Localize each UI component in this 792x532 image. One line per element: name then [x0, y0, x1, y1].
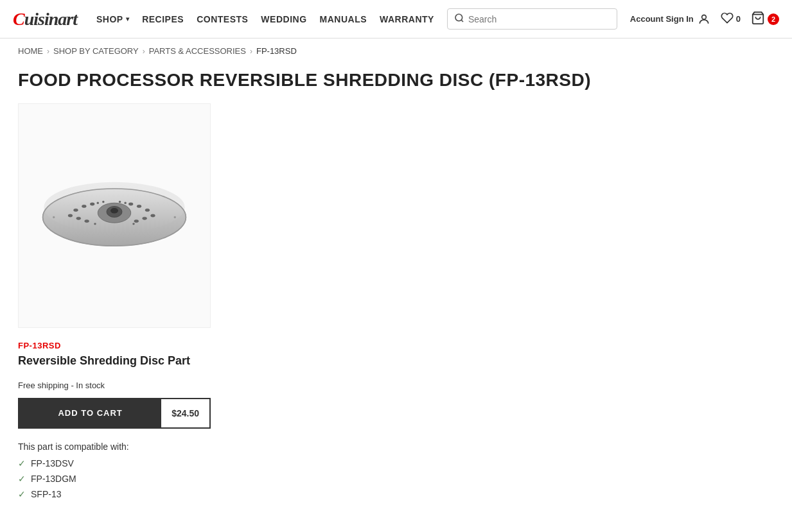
header-actions: Account Sign In 0: [630, 11, 779, 27]
add-to-cart-label[interactable]: ADD TO CART: [19, 399, 161, 427]
svg-point-0: [455, 14, 462, 21]
svg-point-29: [174, 216, 176, 218]
nav-recipes[interactable]: RECIPES: [142, 14, 184, 24]
svg-point-13: [68, 214, 73, 217]
check-icon: ✓: [18, 489, 26, 499]
nav-wedding[interactable]: WEDDING: [261, 14, 306, 24]
product-price[interactable]: $24.50: [161, 399, 209, 427]
svg-line-1: [461, 20, 463, 22]
search-input[interactable]: [468, 14, 610, 24]
wishlist-count: 0: [736, 14, 741, 24]
svg-point-17: [137, 205, 141, 207]
breadcrumb-sep-1: ›: [47, 47, 49, 56]
wishlist-link[interactable]: 0: [721, 12, 741, 26]
account-label: Account Sign In: [630, 14, 694, 24]
svg-point-2: [701, 15, 706, 19]
compatible-item-2: FP-13DGM: [31, 474, 76, 484]
svg-point-24: [124, 202, 126, 204]
breadcrumb-category[interactable]: SHOP BY CATEGORY: [53, 46, 139, 56]
search-bar[interactable]: [447, 8, 617, 30]
nav-contests[interactable]: CONTESTS: [197, 14, 248, 24]
cart-link[interactable]: 2: [751, 11, 779, 27]
svg-point-23: [102, 201, 104, 203]
main-nav: SHOP ▾ RECIPES CONTESTS WEDDING MANUALS …: [96, 14, 434, 24]
list-item: ✓ FP-13DSV: [18, 458, 211, 468]
breadcrumb-subcategory[interactable]: PARTS & ACCESSORIES: [149, 46, 246, 56]
svg-point-25: [119, 201, 121, 203]
svg-point-16: [145, 209, 150, 211]
compatible-title: This part is compatible with:: [18, 442, 211, 452]
check-icon: ✓: [18, 474, 26, 484]
svg-point-28: [53, 216, 55, 218]
svg-point-11: [82, 205, 86, 207]
account-icon: [698, 13, 710, 26]
main-content: FP-13RSD Reversible Shredding Disc Part …: [0, 103, 792, 504]
breadcrumb: HOME › SHOP BY CATEGORY › PARTS & ACCESS…: [0, 39, 792, 64]
breadcrumb-sep-2: ›: [143, 47, 145, 56]
compatible-list: ✓ FP-13DSV ✓ FP-13DGM ✓ SFP-13: [18, 458, 211, 499]
breadcrumb-sep-3: ›: [250, 47, 252, 56]
svg-point-12: [90, 203, 94, 205]
breadcrumb-home[interactable]: HOME: [18, 46, 43, 56]
svg-point-26: [94, 223, 96, 225]
svg-point-10: [74, 209, 78, 211]
logo[interactable]: Cuisinart: [13, 9, 77, 30]
left-column: FP-13RSD Reversible Shredding Disc Part …: [18, 103, 211, 504]
nav-shop[interactable]: SHOP ▾: [96, 14, 129, 24]
cart-count-badge: 2: [768, 13, 779, 25]
page-title: FOOD PROCESSOR REVERSIBLE SHREDDING DISC…: [0, 64, 792, 103]
svg-point-15: [85, 219, 89, 222]
product-image: [18, 103, 211, 328]
breadcrumb-current: FP-13RSD: [256, 46, 297, 56]
svg-point-21: [134, 219, 139, 222]
svg-point-18: [128, 203, 133, 205]
search-icon: [454, 13, 464, 25]
list-item: ✓ SFP-13: [18, 489, 211, 499]
check-icon: ✓: [18, 458, 26, 468]
svg-point-20: [143, 217, 147, 219]
shop-dropdown-icon: ▾: [126, 15, 130, 22]
compatible-item-3: SFP-13: [31, 489, 61, 499]
list-item: ✓ FP-13DGM: [18, 474, 211, 484]
account-link[interactable]: Account Sign In: [630, 13, 710, 26]
nav-manuals[interactable]: MANUALS: [320, 14, 367, 24]
nav-warranty[interactable]: WARRANTY: [380, 14, 434, 24]
cart-icon: [751, 11, 765, 27]
add-to-cart-button[interactable]: ADD TO CART $24.50: [18, 398, 211, 429]
svg-point-14: [76, 217, 81, 219]
product-name: Reversible Shredding Disc Part: [18, 354, 211, 368]
stock-info: Free shipping - In stock: [18, 381, 211, 390]
product-meta: FP-13RSD Reversible Shredding Disc Part …: [18, 341, 211, 499]
svg-point-22: [97, 202, 99, 204]
svg-point-27: [132, 223, 134, 225]
svg-point-19: [151, 214, 155, 217]
site-header: Cuisinart SHOP ▾ RECIPES CONTESTS WEDDIN…: [0, 0, 792, 39]
heart-icon: [721, 12, 734, 26]
svg-point-9: [110, 208, 118, 214]
compatible-item-1: FP-13DSV: [31, 458, 74, 468]
product-sku: FP-13RSD: [18, 341, 211, 350]
